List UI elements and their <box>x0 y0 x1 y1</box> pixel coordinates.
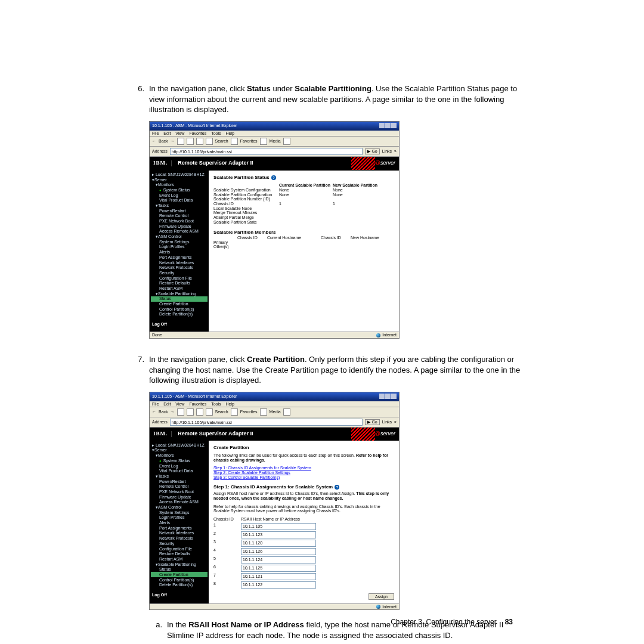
nav-restart[interactable]: Restart ASM <box>151 286 208 291</box>
go-button[interactable]: ▶ Go <box>365 419 379 425</box>
step-6-number: 6. <box>131 83 149 348</box>
nav-logoff[interactable]: Log Off <box>151 593 208 598</box>
app-title: Remote Supervisor Adapter II <box>172 160 253 166</box>
home-icon[interactable] <box>196 138 203 145</box>
screenshot-create-partition: 10.1.1.105 - ASM - Microsoft Internet Ex… <box>149 392 400 611</box>
step-6-text: In the navigation pane, click Status und… <box>149 83 525 348</box>
app-banner: IBM. Remote Supervisor Adapter II @serve… <box>150 157 399 170</box>
window-titlebar: 10.1.1.105 - ASM - Microsoft Internet Ex… <box>150 122 399 131</box>
members-title: Scalable Partition Members <box>213 230 394 236</box>
nav-control[interactable]: Control Partition(s) <box>151 306 208 312</box>
nav-power[interactable]: Power/Restart <box>151 208 208 213</box>
nav-system-status[interactable]: System Status <box>151 187 208 193</box>
history-icon[interactable] <box>283 138 290 145</box>
host-input-1[interactable] <box>241 523 316 530</box>
window-buttons[interactable] <box>379 123 397 129</box>
window-titlebar: 10.1.1.105 - ASM - Microsoft Internet Ex… <box>150 392 399 401</box>
favorites-icon[interactable] <box>231 138 238 145</box>
nav-asm-control[interactable]: ▾ASM Control <box>151 234 208 240</box>
step-7-text: In the navigation pane, click Create Par… <box>149 354 525 644</box>
browser-menubar[interactable]: FileEditViewFavoritesToolsHelp <box>150 401 399 408</box>
nav-security[interactable]: Security <box>151 270 208 275</box>
go-button[interactable]: ▶ Go <box>365 148 379 154</box>
nav-config[interactable]: Configuration File <box>151 275 208 281</box>
internet-icon <box>376 605 380 609</box>
step1-link[interactable]: Step 1: Chassis ID Assignments for Scala… <box>213 466 394 470</box>
step-7-number: 7. <box>131 354 149 644</box>
nav-alerts[interactable]: Alerts <box>151 250 208 255</box>
step2-link[interactable]: Step 2: Create Scalable Partition Settin… <box>213 470 394 475</box>
nav-access-asm[interactable]: Access Remote ASM <box>151 229 208 234</box>
browser-menubar[interactable]: FileEditViewFavoritesToolsHelp <box>150 131 399 137</box>
window-buttons[interactable] <box>379 394 397 400</box>
nav-scalable-partitioning[interactable]: ▾Scalable Partitioning <box>151 291 208 296</box>
step1-heading: Step 1: Chassis ID Assignments for Scala… <box>213 485 394 490</box>
nav-netproto[interactable]: Network Protocols <box>151 265 208 271</box>
app-title: Remote Supervisor Adapter II <box>172 431 253 437</box>
nav-tasks[interactable]: ▾Tasks <box>151 203 208 208</box>
nav-pane: ▸ Local: SN#J1W0284BH1Z ▾Server ▾Monitor… <box>150 441 209 603</box>
page-footer: Chapter 3. Configuring the server83 <box>0 618 644 626</box>
nav-pxe[interactable]: PXE Network Boot <box>151 219 208 224</box>
chassis-assign-table: Chassis IDRSAII Host Name or IP Address … <box>213 517 394 589</box>
stop-icon[interactable] <box>177 138 184 145</box>
nav-sys-settings[interactable]: System Settings <box>151 239 208 244</box>
help-icon[interactable]: ? <box>335 485 339 490</box>
host-input-5[interactable] <box>241 556 316 564</box>
refresh-icon[interactable] <box>187 138 194 145</box>
nav-delete[interactable]: Delete Partition(s) <box>151 312 208 317</box>
section-title: Scalable Partition Status? <box>213 175 394 181</box>
host-input-8[interactable] <box>241 581 316 589</box>
nav-local: ▸ Local: SN#J1W0284BH1Z <box>151 172 208 177</box>
nav-status-selected[interactable]: Status <box>151 296 208 302</box>
address-input[interactable] <box>170 419 363 426</box>
nav-vpd[interactable]: Vital Product Data <box>151 198 208 203</box>
address-input[interactable] <box>170 148 363 155</box>
nav-pane: ▸ Local: SN#J1W0284BH1Z ▾Server ▾Monitor… <box>150 170 209 332</box>
section-title: Create Partition <box>213 445 394 451</box>
host-input-6[interactable] <box>241 565 316 572</box>
status-table: Current Scalable PartitionNew Scalable P… <box>213 183 394 224</box>
nav-create-selected[interactable]: Create Partition <box>151 572 208 577</box>
nav-remote[interactable]: Remote Control <box>151 213 208 219</box>
nav-firmware[interactable]: Firmware Update <box>151 224 208 229</box>
address-bar: Address ▶ Go Links» <box>150 147 399 157</box>
host-input-7[interactable] <box>241 573 316 580</box>
screenshot-partition-status: 10.1.1.105 - ASM - Microsoft Internet Ex… <box>149 121 400 339</box>
status-bar: Done Internet <box>150 332 399 338</box>
nav-logoff[interactable]: Log Off <box>151 322 208 327</box>
ibm-logo: IBM. <box>150 160 172 166</box>
nav-netif[interactable]: Network Interfaces <box>151 260 208 265</box>
browser-toolbar[interactable]: ←Back→ Search Favorites Media <box>150 137 399 147</box>
host-input-2[interactable] <box>241 531 316 538</box>
media-icon[interactable] <box>260 138 267 145</box>
nav-login[interactable]: Login Profiles <box>151 244 208 250</box>
nav-port[interactable]: Port Assignments <box>151 255 208 260</box>
assign-button[interactable]: Assign <box>369 593 394 600</box>
internet-icon <box>376 333 380 338</box>
nav-create[interactable]: Create Partition <box>151 302 208 307</box>
search-icon[interactable] <box>206 138 213 145</box>
nav-restore[interactable]: Restore Defaults <box>151 281 208 286</box>
host-input-4[interactable] <box>241 548 316 555</box>
browser-toolbar[interactable]: ←Back→ Search Favorites Media <box>150 407 399 417</box>
eserver-logo: @server <box>375 431 395 437</box>
help-icon[interactable]: ? <box>271 175 276 180</box>
nav-server[interactable]: ▾Server <box>151 177 208 182</box>
nav-event-log[interactable]: Event Log <box>151 193 208 198</box>
content-pane: Scalable Partition Status? Current Scala… <box>209 170 399 332</box>
host-input-3[interactable] <box>241 540 316 547</box>
address-bar: Address ▶ Go Links» <box>150 417 399 428</box>
status-bar: Internet <box>150 603 399 610</box>
members-table: Chassis IDCurrent HostnameChassis IDNew … <box>213 236 394 249</box>
eserver-logo: @server <box>375 160 395 166</box>
content-pane: Create Partition The following links can… <box>209 441 399 603</box>
nav-monitors[interactable]: ▾Monitors <box>151 182 208 188</box>
ibm-logo: IBM. <box>150 431 172 437</box>
app-banner: IBM. Remote Supervisor Adapter II @serve… <box>150 428 399 441</box>
step3-link[interactable]: Step 3: Control Scalable Partition(s) <box>213 475 394 480</box>
